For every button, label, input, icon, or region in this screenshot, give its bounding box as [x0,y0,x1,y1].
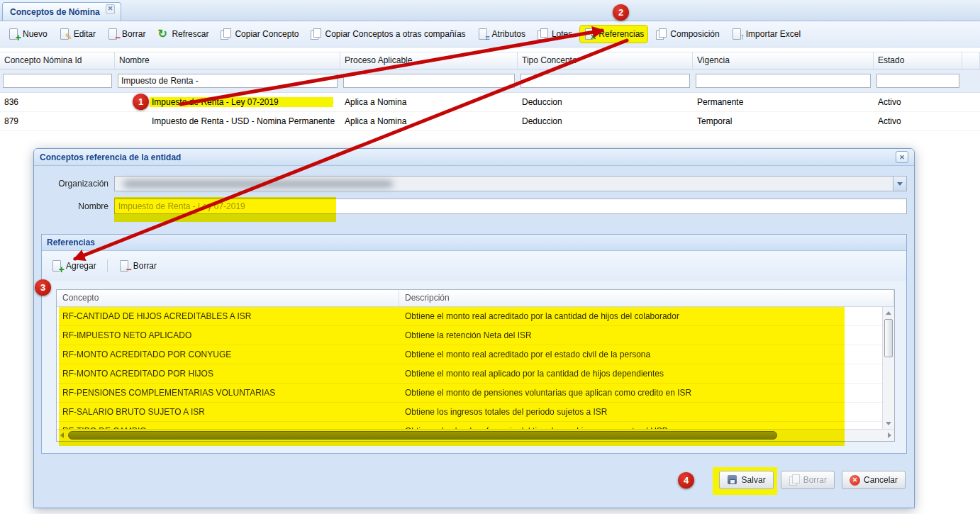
dialog-titlebar[interactable]: Conceptos referencia de la entidad ✕ [34,149,914,166]
filter-nombre-input[interactable] [118,74,338,88]
organizacion-label: Organización [41,179,108,189]
annotation-step-1: 1 [133,94,149,110]
organizacion-combobox[interactable] [114,176,907,191]
column-header-nombre[interactable]: Nombre [115,52,340,69]
composition-icon [655,28,667,40]
referencias-toolbar: Agregar Borrar [42,251,906,281]
button-label: Composición [670,29,719,39]
lotes-button[interactable]: Lotes [533,26,576,43]
filter-proceso-input[interactable] [343,74,515,88]
referencias-button[interactable]: Referencias [580,26,647,43]
borrar-button[interactable]: Borrar [104,26,149,43]
importar-excel-button[interactable]: Importar Excel [728,26,804,43]
organizacion-row: Organización [41,176,907,191]
copiar-concepto-button[interactable]: Copiar Concepto [216,26,302,43]
save-icon [727,474,738,486]
button-label: Agregar [66,261,96,271]
tab-conceptos-nomina[interactable]: Conceptos de Nómina ✕ [2,2,121,21]
vertical-scrollbar[interactable] [882,307,894,429]
agregar-button[interactable]: Agregar [48,257,100,274]
filter-id-input[interactable] [3,74,112,88]
copy-icon [310,28,321,40]
vertical-scroll-thumb[interactable] [884,319,893,357]
column-header-vigencia[interactable]: Vigencia [693,52,874,69]
column-header-id[interactable]: Concepto Nómina Id [0,52,115,69]
column-header-tipo[interactable]: Tipo Concepto [518,52,693,69]
referencias-panel-title: Referencias [42,235,906,251]
button-label: Cancelar [864,475,898,485]
list-item[interactable]: RF-IMPUESTO NETO APLICADO Obtiene la ret… [57,326,882,345]
cell-proceso: Aplica a Nomina [340,116,518,126]
referencias-grid: Concepto Descripción RF-CANTIDAD DE HIJO… [56,289,895,442]
referencias-grid-rows: RF-CANTIDAD DE HIJOS ACREDITABLES A ISR … [57,307,882,429]
edit-icon [59,28,70,40]
dialog-title: Conceptos referencia de la entidad [40,152,181,162]
button-label: Referencias [598,29,644,39]
tab-close-icon[interactable]: ✕ [106,4,116,14]
cell-descripcion: Obtiene el monto real acreditado por la … [399,311,882,321]
composicion-button[interactable]: Composición [652,26,723,43]
list-item[interactable]: RF-MONTO ACREDITADO POR HIJOS Obtiene el… [57,364,882,384]
list-item[interactable]: RF-CANTIDAD DE HIJOS ACREDITABLES A ISR … [57,307,882,326]
tab-bar: Conceptos de Nómina ✕ [0,0,980,21]
filter-vigencia-input[interactable] [696,74,871,88]
scroll-right-icon[interactable] [884,430,894,441]
column-header-proceso[interactable]: Proceso Aplicable [340,52,518,69]
scroll-up-icon[interactable] [883,307,894,318]
button-label: Copiar Conceptos a otras compañías [325,29,465,39]
cell-tipo: Deduccion [518,116,693,126]
scroll-left-icon[interactable] [57,430,67,441]
cell-descripcion: Obtiene los ingresos totales del periodo… [399,407,882,417]
borrar-dialog-button[interactable]: Borrar [781,471,835,489]
batches-icon [537,28,548,40]
table-row[interactable]: 879 Impuesto de Renta - USD - Nomina Per… [0,112,980,131]
filter-estado-input[interactable] [876,74,959,88]
cell-concepto: RF-PENSIONES COMPLEMENTARIAS VOLUNTARIAS [57,388,399,398]
nombre-field[interactable] [114,199,907,214]
horizontal-scroll-thumb[interactable] [68,431,777,440]
references-icon [584,28,595,40]
button-label: Refrescar [172,29,208,39]
dialog-close-icon[interactable]: ✕ [896,151,908,163]
add-icon [8,28,19,40]
scroll-down-icon[interactable] [883,418,894,429]
list-item[interactable]: RF-SALARIO BRUTO SUJETO A ISR Obtiene lo… [57,403,882,422]
cell-descripcion: Obtiene la retención Neta del ISR [399,330,882,340]
copy-icon [220,28,231,40]
cell-concepto: RF-MONTO ACREDITADO POR HIJOS [57,369,399,379]
cell-descripcion: Obtiene el monto real aplicado por la ca… [399,369,882,379]
horizontal-scrollbar[interactable] [57,429,894,441]
cell-descripcion: Obtiene el monto real acreditado por el … [399,350,882,359]
referencias-grid-header: Concepto Descripción [57,290,894,307]
list-item[interactable]: RF-MONTO ACREDITADO POR CONYUGE Obtiene … [57,345,882,364]
atributos-button[interactable]: Atributos [474,26,529,43]
filter-tipo-input[interactable] [520,74,690,88]
column-header-estado[interactable]: Estado [874,52,962,69]
list-item[interactable]: RF-PENSIONES COMPLEMENTARIAS VOLUNTARIAS… [57,384,882,403]
list-item[interactable]: RF-TIPO DE CAMBIO Obtiene el valor de re… [57,422,882,429]
button-label: Borrar [122,29,145,39]
annotation-step-3: 3 [35,279,51,296]
button-label: Borrar [133,261,157,271]
combo-trigger-icon[interactable] [893,177,906,191]
copiar-conceptos-companias-button[interactable]: Copiar Conceptos a otras compañías [306,26,469,43]
import-excel-icon [731,28,742,40]
cell-proceso: Aplica a Nomina [340,97,518,107]
column-header-descripcion[interactable]: Descripción [399,290,894,306]
editar-button[interactable]: Editar [55,26,99,43]
referencias-panel: Referencias Agregar Borrar Concepto [41,234,907,454]
column-header-concepto[interactable]: Concepto [57,290,399,306]
cancelar-button[interactable]: Cancelar [842,471,906,489]
annotation-step-4: 4 [678,472,694,488]
grid-filter-row [0,69,980,93]
borrar-referencia-button[interactable]: Borrar [115,257,160,274]
cell-concepto: RF-SALARIO BRUTO SUJETO A ISR [57,407,399,417]
nuevo-button[interactable]: Nuevo [4,26,51,43]
refrescar-button[interactable]: Refrescar [153,26,212,43]
delete-icon [789,474,800,486]
salvar-button[interactable]: Salvar [719,471,774,489]
dialog-body: Organización Nombre Referencias Agregar [34,166,914,489]
tab-title: Conceptos de Nómina [10,7,100,17]
cell-concepto: RF-MONTO ACREDITADO POR CONYUGE [57,350,399,359]
cell-vigencia: Permanente [693,97,874,107]
